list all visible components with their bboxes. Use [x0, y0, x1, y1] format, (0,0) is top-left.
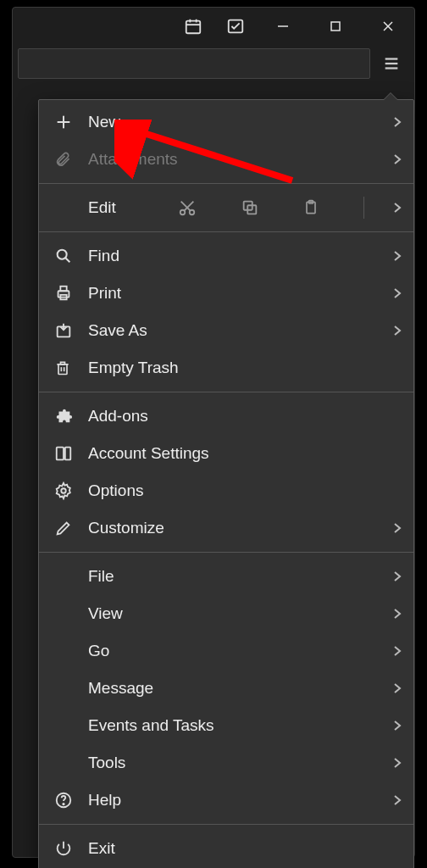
save-icon [54, 321, 88, 340]
trash-icon [54, 359, 88, 377]
chevron-right-icon [386, 608, 402, 620]
chevron-right-icon [386, 794, 402, 806]
menu-events-tasks-label: Events and Tasks [88, 716, 386, 735]
chevron-right-icon [386, 757, 402, 769]
svg-rect-30 [57, 448, 64, 460]
print-icon [54, 284, 88, 303]
power-icon [54, 839, 88, 858]
calendar-icon[interactable] [174, 8, 213, 45]
menu-attachments: Attachments [39, 141, 413, 178]
svg-rect-0 [186, 21, 201, 34]
chevron-right-icon [386, 522, 402, 534]
menu-view[interactable]: View [39, 595, 413, 632]
menu-find[interactable]: Find [39, 237, 413, 275]
svg-rect-6 [331, 22, 340, 31]
menu-account-settings-label: Account Settings [88, 444, 402, 463]
svg-point-34 [63, 804, 64, 804]
paperclip-icon [54, 150, 88, 169]
chevron-right-icon [386, 116, 402, 128]
app-menu: New Attachments Edit [38, 99, 414, 868]
svg-point-32 [61, 488, 66, 493]
menu-empty-trash[interactable]: Empty Trash [39, 349, 413, 387]
svg-rect-25 [60, 287, 66, 292]
menu-separator [39, 231, 413, 232]
menu-separator [39, 392, 413, 392]
paste-icon[interactable] [302, 198, 319, 217]
gear-icon [54, 481, 88, 500]
svg-line-23 [65, 258, 69, 262]
menu-save-as[interactable]: Save As [39, 312, 413, 349]
help-icon [54, 791, 88, 810]
puzzle-icon [54, 407, 88, 426]
chevron-right-icon [386, 645, 402, 657]
menu-view-label: View [88, 604, 386, 623]
titlebar [13, 8, 414, 45]
menu-separator [39, 824, 413, 825]
menu-exit[interactable]: Exit [39, 830, 413, 867]
menu-help[interactable]: Help [39, 782, 413, 819]
search-input[interactable] [18, 48, 370, 79]
menu-attachments-label: Attachments [88, 150, 386, 169]
menu-options-label: Options [88, 481, 402, 500]
close-button[interactable] [363, 8, 413, 45]
menu-print[interactable]: Print [39, 275, 413, 312]
menu-print-label: Print [88, 284, 386, 303]
menu-tools[interactable]: Tools [39, 744, 413, 782]
menu-separator [39, 183, 413, 184]
cut-icon[interactable] [178, 198, 197, 217]
menu-help-label: Help [88, 791, 386, 810]
menu-go-label: Go [88, 642, 386, 660]
maximize-button[interactable] [311, 8, 360, 45]
menu-customize[interactable]: Customize [39, 509, 413, 547]
menu-go[interactable]: Go [39, 632, 413, 670]
menu-message[interactable]: Message [39, 670, 413, 707]
menu-edit[interactable]: Edit [39, 189, 413, 226]
search-icon [54, 247, 88, 265]
menu-customize-label: Customize [88, 519, 386, 537]
chevron-right-icon [386, 202, 402, 214]
menu-file[interactable]: File [39, 558, 413, 595]
menu-new-label: New [88, 113, 386, 131]
menu-find-label: Find [88, 247, 386, 265]
menu-addons-label: Add-ons [88, 407, 402, 426]
svg-point-22 [58, 250, 67, 259]
menu-save-as-label: Save As [88, 321, 386, 340]
svg-rect-31 [65, 448, 70, 460]
chevron-right-icon [386, 287, 402, 299]
menu-separator [39, 552, 413, 553]
menu-new[interactable]: New [39, 103, 413, 141]
menu-edit-label: Edit [88, 198, 156, 217]
menu-tools-label: Tools [88, 754, 386, 772]
menu-addons[interactable]: Add-ons [39, 398, 413, 435]
chevron-right-icon [386, 153, 402, 165]
copy-icon[interactable] [241, 198, 259, 217]
menu-message-label: Message [88, 679, 386, 698]
menu-events-tasks[interactable]: Events and Tasks [39, 707, 413, 744]
menu-exit-label: Exit [88, 839, 402, 858]
plus-icon [54, 113, 88, 131]
minimize-button[interactable] [258, 8, 308, 45]
toolbar [13, 45, 414, 82]
app-menu-button[interactable] [377, 49, 406, 78]
tasks-icon[interactable] [216, 8, 255, 45]
account-icon [54, 444, 88, 463]
chevron-right-icon [386, 325, 402, 337]
chevron-right-icon [386, 720, 402, 732]
menu-file-label: File [88, 567, 386, 586]
chevron-right-icon [386, 250, 402, 262]
separator-line [363, 197, 364, 219]
chevron-right-icon [386, 570, 402, 582]
chevron-right-icon [386, 682, 402, 694]
app-window: New Attachments Edit [12, 7, 415, 858]
menu-empty-trash-label: Empty Trash [88, 359, 402, 377]
menu-account-settings[interactable]: Account Settings [39, 435, 413, 472]
menu-options[interactable]: Options [39, 472, 413, 509]
brush-icon [54, 519, 88, 537]
